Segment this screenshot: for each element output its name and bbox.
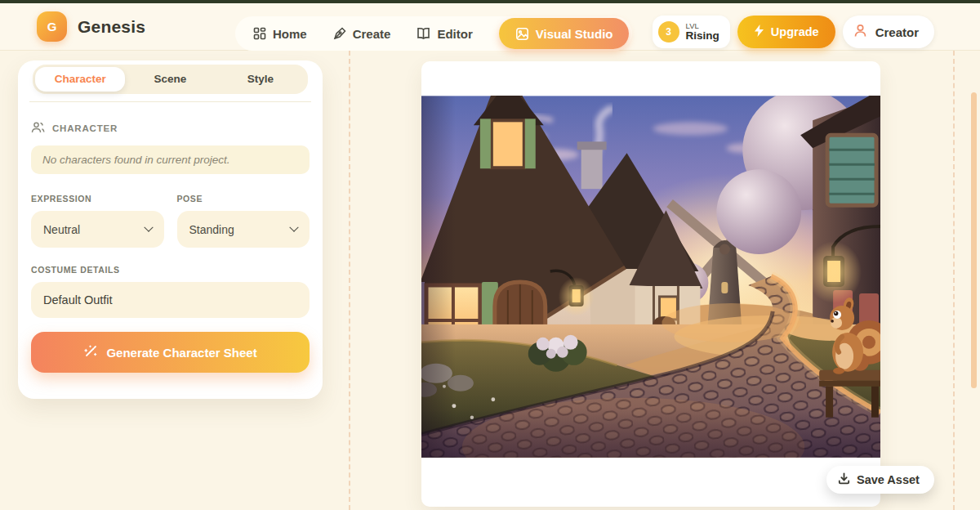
empty-characters-notice: No characters found in current project. xyxy=(31,145,310,174)
costume-input[interactable] xyxy=(31,282,310,318)
app-title: Genesis xyxy=(78,17,145,37)
vignette-left xyxy=(421,96,456,457)
pose-value: Standing xyxy=(189,223,234,236)
nav-label: Editor xyxy=(437,27,472,41)
divider xyxy=(29,101,311,102)
page-scrollbar-thumb[interactable] xyxy=(971,92,977,388)
open-book-icon xyxy=(416,27,430,40)
pen-nib-icon xyxy=(333,27,346,40)
dashboard-grid-icon xyxy=(253,27,266,40)
tab-style[interactable]: Style xyxy=(216,67,305,92)
generated-image xyxy=(421,96,880,458)
expression-select[interactable]: Neutral xyxy=(31,211,164,248)
pose-select[interactable]: Standing xyxy=(177,211,310,248)
person-icon xyxy=(853,23,868,41)
generate-character-sheet-button[interactable]: Generate Character Sheet xyxy=(31,332,310,373)
image-icon xyxy=(515,27,529,41)
character-settings-panel: Character Scene Style CHARACTER No chara… xyxy=(18,60,323,399)
pose-field: POSE Standing xyxy=(177,194,310,248)
nav-label: Create xyxy=(353,27,391,41)
chevron-down-icon xyxy=(144,222,153,231)
nav-item-visual-studio[interactable]: Visual Studio xyxy=(499,18,630,49)
level-rank: Rising xyxy=(686,30,719,42)
app-logo: G xyxy=(37,11,67,42)
vignette-bottom xyxy=(421,409,880,458)
upgrade-label: Upgrade xyxy=(771,25,819,38)
lightning-bolt-icon xyxy=(754,25,764,39)
brand[interactable]: G Genesis xyxy=(37,11,145,42)
logo-letter: G xyxy=(47,20,57,34)
app-header: G Genesis Home Create xyxy=(0,3,980,51)
panel-tab-bar: Character Scene Style xyxy=(33,65,308,94)
upgrade-button[interactable]: Upgrade xyxy=(737,16,835,48)
tab-character[interactable]: Character xyxy=(35,67,125,92)
pose-label: POSE xyxy=(177,194,310,204)
save-asset-label: Save Asset xyxy=(857,473,920,486)
window-top-border xyxy=(0,0,980,3)
costume-field: COSTUME DETAILS xyxy=(31,265,310,318)
nav-item-create[interactable]: Create xyxy=(333,27,391,41)
main-nav: Home Create Editor xyxy=(235,16,632,51)
header-actions: 3 LVL Rising Upgrade Creator xyxy=(653,16,934,48)
nav-item-editor[interactable]: Editor xyxy=(416,27,472,41)
nav-label: Visual Studio xyxy=(536,27,613,41)
tab-scene[interactable]: Scene xyxy=(125,67,215,92)
users-icon xyxy=(31,121,45,136)
layout-guide-dashed-line xyxy=(349,51,350,510)
creator-label: Creator xyxy=(875,25,919,39)
asset-preview-card xyxy=(421,61,880,507)
save-asset-button[interactable]: Save Asset xyxy=(826,466,934,494)
creator-profile-button[interactable]: Creator xyxy=(843,16,934,48)
layout-guide-dashed-line xyxy=(953,51,955,510)
expression-label: EXPRESSION xyxy=(31,194,164,204)
magic-wand-icon xyxy=(83,344,98,361)
chevron-down-icon xyxy=(289,222,298,231)
village-sunset-scene xyxy=(421,96,880,458)
character-section-header: CHARACTER xyxy=(31,121,310,136)
expression-value: Neutral xyxy=(43,223,80,236)
nav-item-home[interactable]: Home xyxy=(253,27,307,41)
costume-label: COSTUME DETAILS xyxy=(31,265,310,275)
level-badge[interactable]: 3 LVL Rising xyxy=(653,16,730,48)
download-icon xyxy=(838,472,850,487)
expression-field: EXPRESSION Neutral xyxy=(31,194,164,248)
character-section-title: CHARACTER xyxy=(52,123,118,133)
generate-label: Generate Character Sheet xyxy=(106,346,256,360)
nav-label: Home xyxy=(273,27,307,41)
level-number: 3 xyxy=(658,21,679,42)
